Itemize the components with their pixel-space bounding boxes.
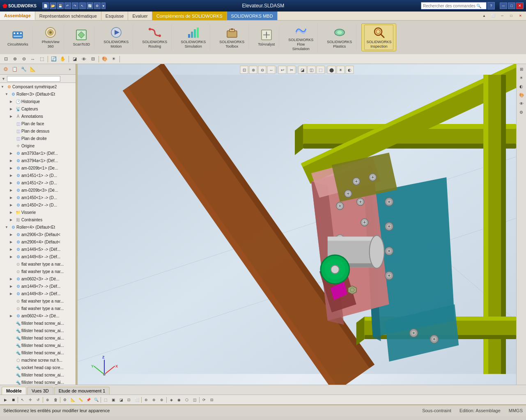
tab-evaluer[interactable]: Evaluer (128, 11, 152, 20)
zoom-fit-btn[interactable]: ↔ (29, 55, 37, 63)
bt-delete-btn[interactable]: 🗑 (52, 396, 59, 404)
bt-move-btn[interactable]: ✛ (27, 396, 34, 404)
realview-btn[interactable]: ◐ (346, 66, 354, 74)
bt-tool11[interactable]: ⊛ (142, 396, 150, 404)
zoom-in-vt-btn[interactable]: ⊕ (249, 66, 257, 74)
ribbon-close-btn[interactable]: ✕ (516, 12, 524, 20)
tree-item-am1449-7[interactable]: ▶ ⚙ am1449<7> -> (Déf... (0, 282, 76, 290)
zoom-out-vt-btn[interactable]: ⊖ (258, 66, 266, 74)
view-orientation-btn[interactable]: ⊡ (2, 55, 10, 63)
zoom-prev-vt-btn[interactable]: ↔ (267, 66, 276, 74)
tree-item-plandroite[interactable]: ◫ Plan de droite (0, 135, 76, 142)
tab-complements[interactable]: Compléments de SOLIDWORKS (152, 11, 227, 20)
tree-root[interactable]: ▼ ⚙ Composant symétrique2 (0, 83, 76, 90)
tree-item-roller3[interactable]: ▼ ⚙ Roller<3> (Défaut<Et (0, 90, 76, 98)
tree-item-flatwasher2[interactable]: ⊙ flat washer type a nar... (0, 268, 76, 275)
zoom-fit-vt-btn[interactable]: ⊡ (240, 66, 248, 74)
tree-item-flatwasher3[interactable]: ⊙ flat washer type a nar... (0, 297, 76, 305)
motion-btn[interactable]: SOLIDWORKSMotion (102, 25, 130, 50)
tree-item-origine[interactable]: ✛ Origine (0, 142, 76, 149)
config-manager-btn[interactable]: 🔧 (20, 65, 28, 73)
scene-btn[interactable]: ☀ (110, 55, 118, 63)
tree-item-fillister2[interactable]: 🔩 fillister head screw_ai... (0, 327, 76, 334)
collapse-ribbon-btn[interactable]: ▲ (480, 12, 488, 20)
prev-view-btn[interactable]: ↩ (278, 66, 287, 74)
help-btn[interactable]: ? (487, 2, 495, 9)
ambiance-btn[interactable]: ⬤ (328, 66, 336, 74)
bt-tool7[interactable]: ▣ (110, 396, 117, 404)
tree-item-am1449-8[interactable]: ▶ ⚙ am1449<8> -> (Déf... (0, 290, 76, 297)
bt-tool19[interactable]: ⊟ (208, 396, 216, 404)
tab-etude[interactable]: Etude de mouvement 1 (54, 387, 110, 395)
restore-btn[interactable]: □ (508, 2, 515, 9)
new-btn[interactable]: 📄 (42, 2, 49, 9)
dim-xpert-btn[interactable]: 📐 (29, 65, 37, 73)
property-manager-btn[interactable]: 📋 (11, 65, 19, 73)
section-view-vt-btn[interactable]: ✂ (287, 66, 296, 74)
tree-item-sockethead[interactable]: 🔩 socket head cap scre... (0, 364, 76, 371)
rt-scene-btn[interactable]: ☀ (517, 73, 526, 82)
toolbox-btn[interactable]: SOLIDWORKSToolbox (218, 25, 246, 50)
minimize-btn[interactable]: ─ (500, 2, 507, 9)
select-btn[interactable]: ↖ (79, 2, 86, 9)
rt-display-btn[interactable]: ⊞ (517, 65, 526, 73)
search-input[interactable] (423, 4, 476, 8)
bt-tool10[interactable]: ⬜ (133, 396, 140, 404)
inspection-btn[interactable]: SOLIDWORKSInspection (364, 25, 393, 50)
tree-item-plandessus[interactable]: ◫ Plan de dessus (0, 127, 76, 135)
bt-add-view-btn[interactable]: ⊕ (44, 396, 51, 404)
bt-play-btn[interactable]: ▶ (2, 396, 9, 404)
scanto3d-btn[interactable]: ScanTo3D (71, 28, 92, 48)
tree-item-am1449-5[interactable]: ▶ ⚙ am1449<5> -> (Déf... (0, 246, 76, 253)
rotate-btn[interactable]: 🔄 (50, 55, 58, 63)
tree-item-historique[interactable]: ▶ 🕐 Historique (0, 98, 76, 105)
rt-config-btn[interactable]: ⚙ (517, 108, 526, 116)
tree-item-am1451-2[interactable]: ▶ ⚙ am1451<2> -> (D... (0, 179, 76, 186)
rebuild-btn[interactable]: 🔄 (87, 2, 93, 9)
bt-tool8[interactable]: ◪ (117, 396, 125, 404)
section-view-btn[interactable]: ⊟ (89, 55, 97, 63)
tree-item-fillister4[interactable]: 🔩 fillister head screw_ai... (0, 342, 76, 349)
tree-item-am0209b3[interactable]: ▶ ⚙ am-0209b<3> (Dé... (0, 186, 76, 194)
ribbon-max-btn[interactable]: □ (507, 12, 515, 20)
bt-tool17[interactable]: ◫ (191, 396, 198, 404)
viewport[interactable]: ⊡ ⊕ ⊖ ↔ ↩ ✂ ◪ ◫ ⬚ ⬤ ☀ ◐ (78, 64, 516, 385)
tree-item-am3794a[interactable]: ▶ ⚙ am3794a<1> (Déf... (0, 157, 76, 164)
plastics-btn[interactable]: SOLIDWORKSPlastics (325, 25, 354, 50)
photoview-btn[interactable]: PhotoView360 (40, 25, 61, 50)
tree-item-fillister3[interactable]: 🔩 fillister head screw_ai... (0, 334, 76, 342)
tab-assemblage[interactable]: Assemblage (0, 11, 35, 20)
tree-item-planface[interactable]: ◫ Plan de face (0, 120, 76, 127)
rt-view-btn[interactable]: ◐ (517, 82, 526, 90)
tab-vues3d[interactable]: Vues 3D (27, 387, 53, 395)
zoom-area-btn[interactable]: ⬚ (38, 55, 46, 63)
tree-item-nut[interactable]: ⬡ machine screw nut h... (0, 356, 76, 364)
zoom-out-btn[interactable]: ⊖ (20, 55, 28, 63)
wire-btn[interactable]: ◫ (308, 66, 316, 74)
bt-stop-btn[interactable]: ⏹ (9, 396, 17, 404)
tree-item-roller4[interactable]: ▼ ⚙ Roller<4> (Défaut<Et (0, 223, 76, 231)
bt-tool1[interactable]: ⚙ (61, 396, 69, 404)
tab-modele[interactable]: Modèle (2, 387, 26, 395)
rt-hide-btn[interactable]: 👁 (517, 99, 526, 108)
close-btn[interactable]: ✕ (516, 2, 524, 9)
tree-item-am3793a[interactable]: ▶ ⚙ am3793a<1> (Déf... (0, 149, 76, 157)
tree-item-fillister1[interactable]: 🔩 fillister head screw_ai... (0, 319, 76, 327)
ribbon-options-btn[interactable]: ⬜ (489, 12, 497, 20)
tree-item-contraintes[interactable]: ▶ ⛓ Contraintes (0, 216, 76, 223)
tree-item-am0602-4[interactable]: ▶ ⚙ am0602<4> -> (Dé... (0, 312, 76, 319)
ribbon-min-btn[interactable]: ─ (498, 12, 506, 20)
light-btn[interactable]: ☀ (337, 66, 345, 74)
tree-item-am2906-3[interactable]: ▶ ⚙ am2906<3> (Défaut< (0, 231, 76, 238)
tree-item-flatwasher1[interactable]: ⊙ flat washer type a nar... (0, 260, 76, 268)
pan-btn[interactable]: ✋ (59, 55, 67, 63)
rt-appear-btn[interactable]: 🎨 (517, 91, 526, 99)
bt-tool18[interactable]: ⟳ (200, 396, 208, 404)
bt-tool12[interactable]: ⊗ (150, 396, 158, 404)
more-panels-btn[interactable]: » (66, 65, 74, 73)
undo-btn[interactable]: ↶ (64, 2, 71, 9)
bt-tool15[interactable]: ◉ (175, 396, 183, 404)
tree-item-am1450-2[interactable]: ▶ ⚙ am1450<2> -> (D... (0, 201, 76, 209)
save-btn[interactable]: 💾 (57, 2, 64, 9)
bt-tool5[interactable]: 🔍 (92, 396, 100, 404)
